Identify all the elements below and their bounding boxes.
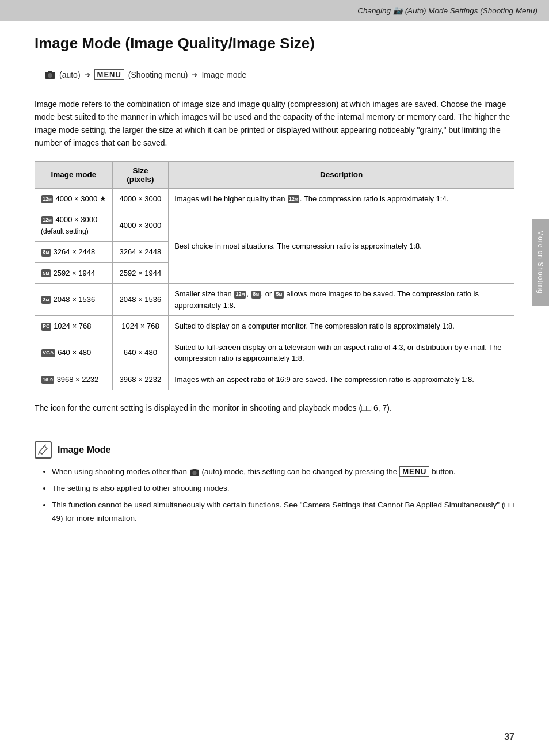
mode-badge-vga: VGA bbox=[41, 349, 55, 357]
note-title: Image Mode bbox=[58, 445, 110, 455]
mode-cell: 16:9 3968 × 2232 bbox=[35, 369, 113, 390]
desc-cell: Smaller size than 12M, 8M, or 5M allows … bbox=[169, 284, 514, 316]
table-row: 3M 2048 × 1536 2048 × 1536 Smaller size … bbox=[35, 284, 514, 316]
desc-cell: Suited to display on a computer monitor.… bbox=[169, 316, 514, 337]
mode-badge-12m-star: 12M bbox=[41, 195, 53, 203]
svg-rect-2 bbox=[48, 71, 52, 72]
camera-icon-inline bbox=[189, 468, 200, 476]
mode-badge-8m: 8M bbox=[41, 249, 51, 257]
mode-badge-12m: 12M bbox=[41, 216, 53, 224]
note-list: When using shooting modes other than (au… bbox=[35, 465, 514, 525]
inline-badge-8m-2: 8M bbox=[251, 291, 261, 299]
page: Changing 📷 (Auto) Mode Settings (Shootin… bbox=[0, 0, 549, 756]
svg-point-6 bbox=[192, 471, 196, 475]
desc-cell: Suited to full-screen display on a telev… bbox=[169, 337, 514, 369]
menu-label-note: MENU bbox=[399, 466, 429, 477]
table-row: 16:9 3968 × 2232 3968 × 2232 Images with… bbox=[35, 369, 514, 390]
desc-cell-shared: Best choice in most situations. The comp… bbox=[169, 209, 514, 284]
side-tab-label: More on Shooting bbox=[536, 230, 544, 294]
size-cell: 640 × 480 bbox=[112, 337, 168, 369]
svg-point-1 bbox=[48, 73, 52, 78]
col-header-desc: Description bbox=[169, 161, 514, 188]
size-cell: 2592 × 1944 bbox=[112, 262, 168, 284]
svg-rect-7 bbox=[192, 469, 196, 471]
menu-label: MENU bbox=[94, 69, 124, 80]
mode-cell: VGA 640 × 480 bbox=[35, 337, 113, 369]
note-section: Image Mode When using shooting modes oth… bbox=[35, 432, 514, 525]
mode-badge-169: 16:9 bbox=[41, 376, 54, 384]
list-item: The setting is also applied to other sho… bbox=[52, 482, 514, 495]
arrow1: ➔ bbox=[85, 71, 90, 79]
table-row: 12M 4000 × 3000(default setting) 4000 × … bbox=[35, 209, 514, 242]
header-text: Changing 📷 (Auto) Mode Settings (Shootin… bbox=[357, 6, 537, 15]
col-header-size: Size (pixels) bbox=[112, 161, 168, 188]
page-title: Image Mode (Image Quality/Image Size) bbox=[35, 35, 514, 52]
table-row: 12M 4000 × 3000 ★ 4000 × 3000 Images wil… bbox=[35, 188, 514, 209]
image-mode-table: Image mode Size (pixels) Description 12M… bbox=[35, 161, 514, 391]
menu-shooting: (Shooting menu) bbox=[128, 70, 188, 79]
page-number: 37 bbox=[504, 732, 514, 742]
table-row: VGA 640 × 480 640 × 480 Suited to full-s… bbox=[35, 337, 514, 369]
mode-badge-pc: PC bbox=[41, 323, 51, 331]
size-cell: 4000 × 3000 bbox=[112, 209, 168, 242]
intro-text: Image mode refers to the combination of … bbox=[35, 98, 514, 150]
svg-line-4 bbox=[44, 445, 46, 446]
menu-auto: (auto) bbox=[59, 70, 81, 79]
mode-cell: 5M 2592 × 1944 bbox=[35, 262, 113, 284]
side-tab: More on Shooting bbox=[532, 219, 549, 306]
note-icon bbox=[35, 441, 52, 459]
mode-cell: 8M 3264 × 2448 bbox=[35, 242, 113, 263]
main-content: Image Mode (Image Quality/Image Size) (a… bbox=[0, 21, 549, 546]
header-bar: Changing 📷 (Auto) Mode Settings (Shootin… bbox=[0, 0, 549, 21]
arrow2: ➔ bbox=[192, 71, 197, 79]
size-cell: 2048 × 1536 bbox=[112, 284, 168, 316]
inline-badge-12m: 12M bbox=[288, 195, 299, 203]
camera-icon bbox=[44, 70, 56, 79]
table-row: PC 1024 × 768 1024 × 768 Suited to displ… bbox=[35, 316, 514, 337]
footer-text: The icon for the current setting is disp… bbox=[35, 402, 514, 414]
note-header: Image Mode bbox=[35, 441, 514, 459]
mode-badge-3m: 3M bbox=[41, 296, 51, 304]
size-cell: 3264 × 2448 bbox=[112, 242, 168, 263]
list-item: When using shooting modes other than (au… bbox=[52, 465, 514, 479]
desc-cell: Images with an aspect ratio of 16:9 are … bbox=[169, 369, 514, 390]
mode-cell: PC 1024 × 768 bbox=[35, 316, 113, 337]
mode-cell: 12M 4000 × 3000(default setting) bbox=[35, 209, 113, 242]
mode-badge-5m: 5M bbox=[41, 269, 51, 277]
svg-line-3 bbox=[39, 452, 39, 455]
pencil-icon bbox=[37, 444, 49, 456]
size-cell: 4000 × 3000 bbox=[112, 188, 168, 209]
size-cell: 1024 × 768 bbox=[112, 316, 168, 337]
desc-cell: Images will be higher quality than 12M. … bbox=[169, 188, 514, 209]
col-header-mode: Image mode bbox=[35, 161, 113, 188]
list-item: This function cannot be used simultaneou… bbox=[52, 499, 514, 525]
mode-cell: 12M 4000 × 3000 ★ bbox=[35, 188, 113, 209]
inline-badge-12m-2: 12M bbox=[234, 291, 246, 299]
menu-image-mode: Image mode bbox=[201, 70, 246, 79]
mode-cell: 3M 2048 × 1536 bbox=[35, 284, 113, 316]
inline-badge-5m-2: 5M bbox=[274, 291, 284, 299]
size-cell: 3968 × 2232 bbox=[112, 369, 168, 390]
menu-path-box: (auto) ➔ MENU (Shooting menu) ➔ Image mo… bbox=[35, 63, 514, 86]
